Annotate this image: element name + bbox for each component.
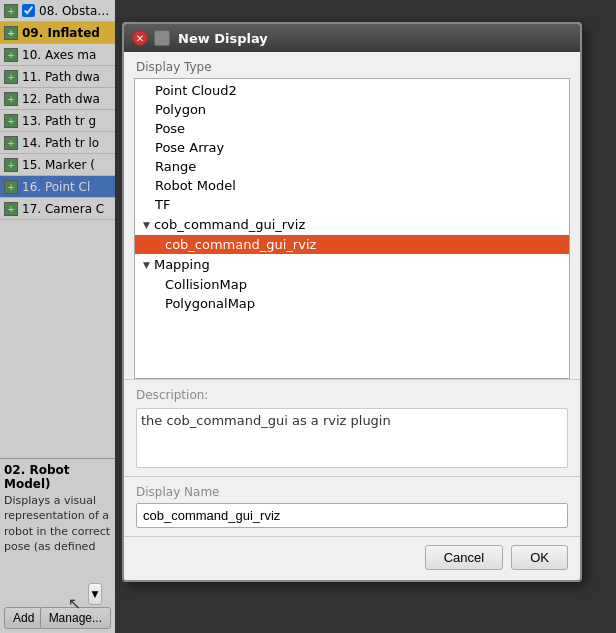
group-header-cob[interactable]: ▼ cob_command_gui_rviz bbox=[135, 214, 569, 235]
type-pose[interactable]: Pose bbox=[135, 119, 569, 138]
dropdown-arrow-button[interactable]: ▼ bbox=[88, 583, 102, 605]
group-label-cob: cob_command_gui_rviz bbox=[154, 217, 305, 232]
type-polygon[interactable]: Polygon bbox=[135, 100, 569, 119]
dialog-title: New Display bbox=[178, 31, 268, 46]
dialog-close-button[interactable]: ✕ bbox=[132, 30, 148, 46]
display-name-section: Display Name bbox=[124, 476, 580, 536]
type-range[interactable]: Range bbox=[135, 157, 569, 176]
dropdown-arrow-icon: ▼ bbox=[88, 583, 102, 605]
new-display-dialog: ✕ New Display Display Type Point Cloud2 … bbox=[122, 22, 582, 582]
dialog-body: Display Type Point Cloud2 Polygon Pose P… bbox=[124, 52, 580, 580]
description-text: the cob_command_gui as a rviz plugin bbox=[136, 408, 568, 468]
dialog-titlebar: ✕ New Display bbox=[124, 24, 580, 52]
group-triangle-cob: ▼ bbox=[143, 220, 150, 230]
display-type-list-container[interactable]: Point Cloud2 Polygon Pose Pose Array Ran… bbox=[134, 78, 570, 379]
type-tf[interactable]: TF bbox=[135, 195, 569, 214]
display-type-label: Display Type bbox=[124, 52, 580, 78]
display-name-label: Display Name bbox=[136, 485, 568, 499]
group-label-mapping: Mapping bbox=[154, 257, 210, 272]
cancel-button[interactable]: Cancel bbox=[425, 545, 503, 570]
type-cob-command-gui-rviz[interactable]: cob_command_gui_rviz bbox=[135, 235, 569, 254]
display-type-list: Point Cloud2 Polygon Pose Pose Array Ran… bbox=[135, 79, 569, 315]
dialog-minimize-button[interactable] bbox=[154, 30, 170, 46]
dialog-buttons: Cancel OK bbox=[124, 536, 580, 580]
description-section: Description: the cob_command_gui as a rv… bbox=[124, 379, 580, 476]
type-pose-array[interactable]: Pose Array bbox=[135, 138, 569, 157]
type-robot-model[interactable]: Robot Model bbox=[135, 176, 569, 195]
ok-button[interactable]: OK bbox=[511, 545, 568, 570]
group-header-mapping[interactable]: ▼ Mapping bbox=[135, 254, 569, 275]
type-polygonal-map[interactable]: PolygonalMap bbox=[135, 294, 569, 313]
mouse-cursor-icon: ↖ bbox=[68, 594, 81, 613]
type-collision-map[interactable]: CollisionMap bbox=[135, 275, 569, 294]
group-triangle-mapping: ▼ bbox=[143, 260, 150, 270]
type-point-cloud2[interactable]: Point Cloud2 bbox=[135, 81, 569, 100]
display-name-input[interactable] bbox=[136, 503, 568, 528]
description-label: Description: bbox=[136, 388, 568, 402]
